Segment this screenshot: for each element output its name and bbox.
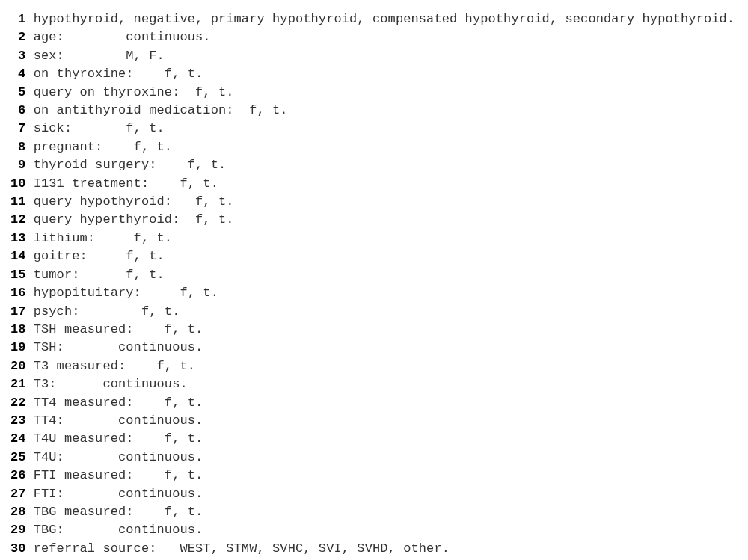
- line-text: T3: continuous.: [34, 377, 188, 391]
- line-text: TT4 measured: f, t.: [34, 396, 203, 410]
- code-line: 29 TBG: continuous.: [10, 521, 748, 539]
- code-line: 11 query hypothyroid: f, t.: [10, 193, 748, 211]
- line-number: 29: [10, 521, 25, 539]
- line-number: 20: [10, 357, 25, 375]
- line-number: 12: [10, 211, 25, 229]
- line-number: 4: [10, 65, 25, 83]
- code-line: 22 TT4 measured: f, t.: [10, 394, 748, 412]
- line-text: T4U: continuous.: [34, 450, 203, 464]
- line-number: 18: [10, 321, 25, 339]
- code-line: 28 TBG measured: f, t.: [10, 503, 748, 521]
- line-text: thyroid surgery: f, t.: [34, 158, 227, 172]
- line-number: 11: [10, 193, 25, 211]
- code-line: 19 TSH: continuous.: [10, 339, 748, 357]
- code-line: 5 query on thyroxine: f, t.: [10, 84, 748, 102]
- code-line: 9 thyroid surgery: f, t.: [10, 156, 748, 174]
- code-line: 16 hypopituitary: f, t.: [10, 284, 748, 302]
- code-line: 4 on thyroxine: f, t.: [10, 65, 748, 83]
- line-number: 28: [10, 503, 25, 521]
- line-number: 15: [10, 266, 25, 284]
- line-number: 2: [10, 28, 25, 46]
- line-text: goitre: f, t.: [34, 249, 165, 263]
- line-text: TT4: continuous.: [34, 413, 203, 428]
- line-text: hypothyroid, negative, primary hypothyro…: [34, 12, 735, 26]
- line-text: lithium: f, t.: [34, 231, 172, 245]
- line-number: 23: [10, 412, 25, 430]
- line-number: 21: [10, 375, 25, 393]
- line-number: 13: [10, 230, 25, 247]
- line-text: pregnant: f, t.: [34, 140, 172, 154]
- line-text: query hyperthyroid: f, t.: [34, 212, 234, 227]
- line-number: 27: [10, 485, 25, 503]
- line-number: 7: [10, 120, 25, 138]
- code-line: 27 FTI: continuous.: [10, 485, 748, 503]
- line-number: 3: [10, 47, 25, 65]
- line-number: 22: [10, 394, 25, 412]
- code-line: 30 referral source: WEST, STMW, SVHC, SV…: [10, 540, 748, 558]
- line-text: TBG: continuous.: [34, 523, 203, 537]
- line-text: TBG measured: f, t.: [34, 505, 203, 519]
- code-line: 26 FTI measured: f, t.: [10, 467, 748, 484]
- code-line: 7 sick: f, t.: [10, 120, 748, 138]
- line-text: query on thyroxine: f, t.: [34, 85, 234, 99]
- line-text: FTI: continuous.: [34, 487, 203, 501]
- line-text: T4U measured: f, t.: [34, 431, 203, 446]
- code-line: 12 query hyperthyroid: f, t.: [10, 211, 748, 229]
- line-number: 16: [10, 284, 25, 302]
- line-text: sick: f, t.: [34, 121, 165, 135]
- line-number: 6: [10, 102, 25, 120]
- code-line: 18 TSH measured: f, t.: [10, 321, 748, 339]
- line-number: 17: [10, 303, 25, 321]
- line-text: on antithyroid medication: f, t.: [34, 103, 288, 117]
- line-text: tumor: f, t.: [34, 268, 165, 282]
- line-number: 5: [10, 84, 25, 102]
- code-line: 2 age: continuous.: [10, 28, 748, 46]
- code-line: 13 lithium: f, t.: [10, 230, 748, 247]
- code-line: 20 T3 measured: f, t.: [10, 357, 748, 375]
- line-number: 10: [10, 175, 25, 193]
- code-line: 21 T3: continuous.: [10, 375, 748, 393]
- code-line: 3 sex: M, F.: [10, 47, 748, 65]
- line-number: 30: [10, 540, 25, 558]
- code-line: 15 tumor: f, t.: [10, 266, 748, 284]
- line-text: TSH measured: f, t.: [34, 322, 203, 336]
- line-text: query hypothyroid: f, t.: [34, 194, 234, 209]
- line-number: 9: [10, 156, 25, 174]
- line-text: FTI measured: f, t.: [34, 468, 203, 482]
- line-text: I131 treatment: f, t.: [34, 176, 218, 191]
- line-number: 26: [10, 467, 25, 484]
- line-text: age: continuous.: [34, 30, 211, 44]
- code-line: 8 pregnant: f, t.: [10, 138, 748, 156]
- code-line: 23 TT4: continuous.: [10, 412, 748, 430]
- code-line: 14 goitre: f, t.: [10, 247, 748, 265]
- line-text: hypopituitary: f, t.: [34, 286, 218, 300]
- line-text: referral source: WEST, STMW, SVHC, SVI, …: [34, 541, 450, 556]
- line-text: T3 measured: f, t.: [34, 359, 195, 373]
- code-line: 6 on antithyroid medication: f, t.: [10, 102, 748, 120]
- code-line: 17 psych: f, t.: [10, 303, 748, 321]
- line-number: 1: [10, 10, 25, 28]
- line-text: sex: M, F.: [34, 49, 165, 63]
- line-number: 24: [10, 430, 25, 448]
- code-line: 10 I131 treatment: f, t.: [10, 175, 748, 193]
- code-line: 1 hypothyroid, negative, primary hypothy…: [10, 10, 748, 28]
- line-text: TSH: continuous.: [34, 340, 203, 354]
- line-number: 19: [10, 339, 25, 357]
- line-number: 8: [10, 138, 25, 156]
- code-line: 24 T4U measured: f, t.: [10, 430, 748, 448]
- line-number: 25: [10, 449, 25, 467]
- code-listing: 1 hypothyroid, negative, primary hypothy…: [0, 0, 748, 558]
- line-text: psych: f, t.: [34, 304, 180, 319]
- line-text: on thyroxine: f, t.: [34, 67, 203, 81]
- line-number: 14: [10, 247, 25, 265]
- code-line: 25 T4U: continuous.: [10, 449, 748, 467]
